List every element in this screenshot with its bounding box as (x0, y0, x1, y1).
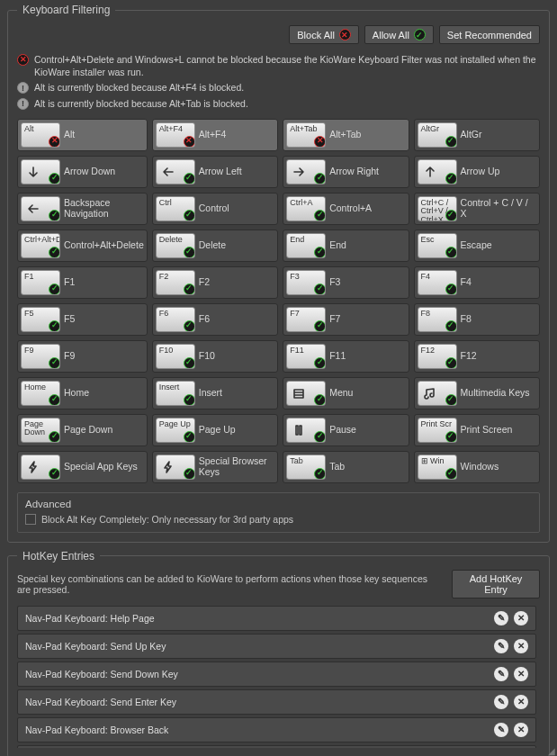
key-tile[interactable]: F2✓F2 (152, 266, 278, 299)
allow-all-button[interactable]: Allow All ✓ (364, 25, 434, 44)
allowed-icon: ✓ (445, 320, 457, 332)
key-tile[interactable]: Ctrl+C / Ctrl+V / Ctrl+X✓Control + C / V… (414, 193, 540, 225)
delete-button[interactable]: ✕ (514, 695, 528, 709)
key-tile[interactable]: ✓Special App Keys (17, 451, 148, 483)
key-tile[interactable]: ✓Backspace Navigation (17, 193, 148, 225)
resize-grip[interactable]: ◢ (548, 749, 553, 754)
allowed-icon: ✓ (445, 247, 457, 258)
keycap-text: F5 (24, 310, 57, 318)
key-tile[interactable]: Page Up✓Page Up (152, 414, 278, 446)
checkbox[interactable] (25, 514, 36, 525)
hotkey-item[interactable]: Nav-Pad Keyboard: Send Enter Key✎✕ (17, 689, 536, 715)
key-tile[interactable]: Ctrl+A✓Control+A (283, 193, 409, 225)
key-tile[interactable]: Print Scr✓Print Screen (414, 414, 540, 446)
keycap-text: F4 (421, 273, 454, 281)
edit-button[interactable]: ✎ (494, 639, 508, 653)
key-tile[interactable]: F6✓F6 (152, 303, 278, 336)
key-tile[interactable]: ✓Menu (283, 377, 409, 410)
delete-button[interactable]: ✕ (514, 639, 528, 653)
hotkey-item[interactable]: Nav-Pad Keyboard: Help Page✎✕ (17, 606, 536, 631)
keycap: ✓ (418, 381, 457, 406)
set-recommended-button[interactable]: Set Recommended (439, 25, 540, 44)
edit-button[interactable]: ✎ (494, 611, 508, 626)
allowed-icon: ✓ (184, 394, 195, 406)
key-tile[interactable]: Alt+Tab✕Alt+Tab (283, 119, 409, 151)
keycap: F12✓ (418, 344, 457, 369)
key-tile[interactable]: F5✓F5 (17, 303, 148, 336)
allowed-icon: ✓ (314, 210, 326, 221)
key-tile[interactable]: F9✓F9 (17, 340, 148, 373)
key-tile[interactable]: ✓Multimedia Keys (414, 377, 540, 410)
key-label: Arrow Down (64, 166, 115, 177)
keycap: Page Up✓ (156, 418, 195, 443)
keycap: F4✓ (418, 270, 457, 295)
hotkey-item[interactable]: Nav-Pad Keyboard: Browser Forward✎✕ (17, 745, 536, 748)
add-hotkey-label: Add HotKey Entry (460, 573, 532, 595)
edit-button[interactable]: ✎ (494, 723, 508, 737)
block-all-button[interactable]: Block All ✕ (289, 25, 359, 44)
keycap-text: Print Scr (421, 420, 454, 428)
allowed-icon: ✓ (184, 357, 195, 369)
keycap: F9✓ (21, 344, 60, 369)
key-tile[interactable]: Insert✓Insert (152, 377, 278, 410)
delete-button[interactable]: ✕ (514, 723, 528, 737)
key-label: Insert (199, 388, 222, 399)
allowed-icon: ✓ (314, 320, 326, 332)
key-tile[interactable]: ✓Arrow Down (17, 156, 148, 188)
hotkey-actions: ✎✕ (494, 611, 528, 626)
edit-button[interactable]: ✎ (494, 695, 508, 709)
key-label: Alt (64, 130, 75, 140)
keycap: ✓ (156, 159, 195, 184)
key-tile[interactable]: F8✓F8 (414, 303, 540, 336)
key-label: Windows (461, 462, 499, 472)
key-tile[interactable]: Alt✕Alt (17, 119, 148, 151)
key-tile[interactable]: ✓Arrow Left (152, 156, 278, 188)
key-tile[interactable]: Esc✓Escape (414, 230, 540, 262)
hotkey-item[interactable]: Nav-Pad Keyboard: Browser Back✎✕ (17, 717, 536, 742)
key-tile[interactable]: F11✓F11 (283, 340, 409, 373)
allowed-icon: ✓ (49, 320, 60, 332)
key-tile[interactable]: F4✓F4 (414, 266, 540, 299)
key-tile[interactable]: F12✓F12 (414, 340, 540, 373)
delete-button[interactable]: ✕ (514, 667, 528, 681)
key-tile[interactable]: AltGr✓AltGr (414, 119, 540, 151)
keycap-text: F12 (421, 346, 454, 355)
key-tile[interactable]: ✓Arrow Right (283, 156, 409, 188)
block-alt-completely-row[interactable]: Block Alt Key Completely: Only necessary… (25, 514, 532, 525)
key-tile[interactable]: F10✓F10 (152, 340, 278, 373)
keycap-text: Tab (290, 457, 322, 465)
key-tile[interactable]: Alt+F4✕Alt+F4 (152, 119, 278, 151)
hotkey-item-label: Nav-Pad Keyboard: Send Enter Key (25, 697, 176, 707)
keycap-text: F1 (24, 273, 57, 281)
key-tile[interactable]: ✓Arrow Up (414, 156, 540, 188)
key-tile[interactable]: F1✓F1 (17, 266, 148, 299)
add-hotkey-button[interactable]: Add HotKey Entry (452, 570, 540, 598)
delete-button[interactable]: ✕ (514, 611, 528, 626)
key-label: Special Browser Keys (199, 456, 274, 477)
key-tile[interactable]: ✓Special Browser Keys (152, 451, 278, 483)
edit-button[interactable]: ✎ (494, 667, 508, 681)
keycap: End✓ (286, 233, 326, 258)
key-tile[interactable]: Home✓Home (17, 377, 148, 410)
key-tile[interactable]: ⊞ Win✓Windows (414, 451, 540, 483)
key-tile[interactable]: F3✓F3 (283, 266, 409, 299)
key-tile[interactable]: ✓Pause (283, 414, 409, 446)
advanced-title: Advanced (25, 499, 532, 509)
keycap: F7✓ (286, 307, 326, 332)
key-tile[interactable]: Page Down✓Page Down (17, 414, 148, 446)
key-tile[interactable]: Ctrl+Alt+Delete✓Control+Alt+Delete (17, 230, 148, 262)
hotkey-item[interactable]: Nav-Pad Keyboard: Send Down Key✎✕ (17, 662, 536, 687)
key-tile[interactable]: Tab✓Tab (283, 451, 409, 483)
key-tile[interactable]: F7✓F7 (283, 303, 409, 336)
key-tile[interactable]: Delete✓Delete (152, 230, 278, 262)
hotkey-item-label: Nav-Pad Keyboard: Send Down Key (25, 669, 178, 680)
allowed-icon: ✓ (184, 247, 195, 258)
hotkey-item[interactable]: Nav-Pad Keyboard: Send Up Key✎✕ (17, 634, 536, 659)
key-tile[interactable]: End✓End (283, 230, 409, 262)
allowed-icon: ✓ (314, 284, 326, 295)
keycap-text: Ctrl+A (290, 199, 322, 207)
key-tile[interactable]: Ctrl✓Control (152, 193, 278, 225)
warning-text: Alt is currently blocked because Alt+Tab… (34, 97, 248, 110)
keycap: ✓ (21, 196, 60, 221)
keycap: ✓ (21, 454, 60, 480)
